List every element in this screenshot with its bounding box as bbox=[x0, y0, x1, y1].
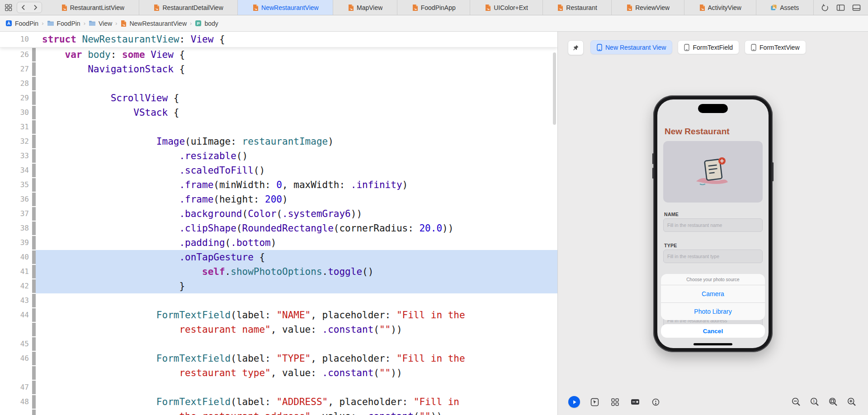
line-number[interactable]: 35 bbox=[0, 178, 32, 192]
related-items-grid-icon[interactable] bbox=[5, 4, 12, 11]
breadcrumb-item-newrestaurantview[interactable]: NewRestaurantView bbox=[120, 20, 187, 27]
code-line-28[interactable]: 28 bbox=[0, 76, 557, 91]
line-number[interactable]: 42 bbox=[0, 279, 32, 293]
code-line-40[interactable]: 40 .onTapGesture { bbox=[0, 250, 557, 264]
zoom-to-fit-button[interactable] bbox=[827, 396, 840, 408]
code-line-37[interactable]: 37 .background(Color(.systemGray6)) bbox=[0, 207, 557, 221]
editor-tab-restaurantdetailview[interactable]: RestaurantDetailView bbox=[139, 0, 238, 15]
breadcrumb-item-view[interactable]: View bbox=[89, 20, 112, 27]
editor-tab-restaurant[interactable]: Restaurant bbox=[543, 0, 612, 15]
code-line-45[interactable]: 45 bbox=[0, 337, 557, 351]
editor-tab-uicolor-ext[interactable]: UIColor+Ext bbox=[470, 0, 542, 15]
code-line-35[interactable]: 35 .frame(minWidth: 0, maxWidth: .infini… bbox=[0, 178, 557, 192]
code-line-29[interactable]: 29 ScrollView { bbox=[0, 91, 557, 105]
code-line-wrap[interactable]: restaurant name", value: .constant("")) bbox=[0, 322, 557, 337]
line-number[interactable]: 29 bbox=[0, 91, 32, 105]
go-back-button[interactable] bbox=[17, 2, 29, 13]
tab-bar-right-controls bbox=[814, 0, 868, 15]
line-number[interactable]: 39 bbox=[0, 236, 32, 250]
line-number[interactable] bbox=[0, 409, 32, 415]
code-line-39[interactable]: 39 .padding(.bottom) bbox=[0, 236, 557, 250]
code-line-46[interactable]: 46 FormTextField(label: "TYPE", placehol… bbox=[0, 351, 557, 366]
breadcrumb-item-body[interactable]: P body bbox=[195, 20, 218, 27]
breadcrumb-item-foodpin[interactable]: FoodPin bbox=[47, 20, 80, 27]
power-button bbox=[772, 162, 774, 181]
zoom-controls: 1 bbox=[790, 396, 858, 408]
line-number[interactable]: 46 bbox=[0, 351, 32, 366]
code-line-36[interactable]: 36 .frame(height: 200) bbox=[0, 192, 557, 207]
line-number[interactable]: 32 bbox=[0, 134, 32, 149]
line-number[interactable] bbox=[0, 322, 32, 337]
line-number[interactable]: 33 bbox=[0, 149, 32, 163]
code-line-30[interactable]: 30 VStack { bbox=[0, 105, 557, 120]
line-number[interactable]: 26 bbox=[0, 47, 32, 62]
zoom-actual-size-button[interactable]: 1 bbox=[808, 396, 821, 408]
volume-up-button bbox=[652, 153, 654, 164]
code-line-wrap[interactable]: the restaurant address", value: .constan… bbox=[0, 409, 557, 415]
editor-tab-restaurantlistview[interactable]: RestaurantListView bbox=[47, 0, 139, 15]
preview-tab-formtextfield[interactable]: FormTextField bbox=[678, 40, 739, 54]
line-number[interactable]: 36 bbox=[0, 192, 32, 207]
preview-tab-formtextview[interactable]: FormTextView bbox=[745, 40, 806, 54]
code-line-10[interactable]: 10 struct NewRestaurantView: View { bbox=[0, 32, 557, 47]
editor-tab-activityview[interactable]: ActivityView bbox=[684, 0, 756, 15]
device-settings-button[interactable] bbox=[629, 396, 642, 408]
code-line-47[interactable]: 47 bbox=[0, 380, 557, 395]
line-number[interactable]: 47 bbox=[0, 380, 32, 395]
line-number[interactable]: 48 bbox=[0, 395, 32, 409]
code-line-48[interactable]: 48 FormTextField(label: "ADDRESS", place… bbox=[0, 395, 557, 409]
line-number[interactable]: 31 bbox=[0, 120, 32, 134]
editor-tab-foodpinapp[interactable]: FoodPinApp bbox=[397, 0, 470, 15]
code-line-32[interactable]: 32 Image(uiImage: restaurantImage) bbox=[0, 134, 557, 149]
add-editor-icon[interactable] bbox=[836, 4, 845, 12]
code-line-41[interactable]: 41 self.showPhotoOptions.toggle() bbox=[0, 264, 557, 279]
editor-tab-assets[interactable]: Assets bbox=[756, 0, 814, 15]
zoom-to-fit-icon bbox=[828, 397, 838, 407]
sheet-option-camera[interactable]: Camera bbox=[661, 285, 765, 302]
code-line-38[interactable]: 38 .clipShape(RoundedRectangle(cornerRad… bbox=[0, 221, 557, 236]
go-forward-button[interactable] bbox=[29, 2, 42, 13]
tab-label: RestaurantListView bbox=[70, 4, 124, 11]
line-number[interactable]: 40 bbox=[0, 250, 32, 264]
sheet-option-photo-library[interactable]: Photo Library bbox=[661, 302, 765, 320]
zoom-in-button[interactable] bbox=[845, 396, 858, 408]
line-number[interactable]: 38 bbox=[0, 221, 32, 236]
live-preview-button[interactable] bbox=[568, 396, 580, 408]
line-number[interactable]: 44 bbox=[0, 308, 32, 322]
line-number[interactable]: 34 bbox=[0, 163, 32, 178]
zoom-out-icon bbox=[791, 397, 801, 407]
code-line-34[interactable]: 34 .scaledToFill() bbox=[0, 163, 557, 178]
code-line-26[interactable]: 26 var body: some View { bbox=[0, 47, 557, 62]
code-line-wrap[interactable]: restaurant type", value: .constant("")) bbox=[0, 366, 557, 380]
breadcrumb-item-foodpin[interactable]: FoodPin bbox=[5, 20, 38, 27]
zoom-out-button[interactable] bbox=[790, 396, 802, 408]
line-number[interactable]: 37 bbox=[0, 207, 32, 221]
editor-tab-newrestaurantview[interactable]: NewRestaurantView bbox=[238, 0, 333, 15]
editor-layout-icon[interactable] bbox=[852, 4, 861, 12]
line-number[interactable]: 27 bbox=[0, 62, 32, 76]
code-review-icon[interactable] bbox=[821, 4, 829, 12]
line-number[interactable]: 10 bbox=[0, 32, 32, 47]
cancel-button[interactable]: Cancel bbox=[661, 324, 765, 338]
code-line-43[interactable]: 43 bbox=[0, 293, 557, 308]
line-number[interactable]: 41 bbox=[0, 264, 32, 279]
editor-scrollbar[interactable] bbox=[553, 52, 556, 125]
line-number[interactable]: 45 bbox=[0, 337, 32, 351]
editor-tab-mapview[interactable]: MapView bbox=[333, 0, 397, 15]
line-number[interactable]: 28 bbox=[0, 76, 32, 91]
code-line-27[interactable]: 27 NavigationStack { bbox=[0, 62, 557, 76]
code-editor[interactable]: 10 struct NewRestaurantView: View { 26 v… bbox=[0, 32, 558, 415]
selectable-mode-button[interactable] bbox=[588, 396, 601, 408]
editor-tab-reviewview[interactable]: ReviewView bbox=[612, 0, 684, 15]
diagnostics-button[interactable] bbox=[649, 396, 662, 408]
line-number[interactable]: 43 bbox=[0, 293, 32, 308]
line-number[interactable]: 30 bbox=[0, 105, 32, 120]
preview-tab-new-restaurant-view[interactable]: New Restaurant View bbox=[590, 40, 672, 54]
code-line-33[interactable]: 33 .resizable() bbox=[0, 149, 557, 163]
line-number[interactable] bbox=[0, 366, 32, 380]
variants-button[interactable] bbox=[609, 396, 621, 408]
code-line-44[interactable]: 44 FormTextField(label: "NAME", placehol… bbox=[0, 308, 557, 322]
pin-preview-button[interactable] bbox=[568, 40, 584, 55]
code-line-31[interactable]: 31 bbox=[0, 120, 557, 134]
code-line-42[interactable]: 42 } bbox=[0, 279, 557, 293]
